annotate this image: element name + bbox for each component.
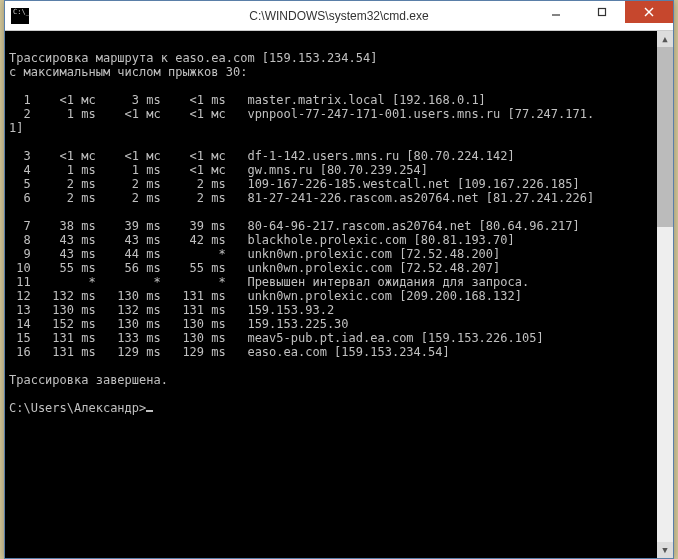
vertical-scrollbar[interactable]: ▲ ▼ (657, 31, 673, 558)
window-controls (533, 1, 673, 23)
scroll-down-arrow-icon[interactable]: ▼ (657, 542, 673, 558)
svg-rect-1 (599, 9, 606, 16)
cmd-window: C:\WINDOWS\system32\cmd.exe Трассировка … (4, 0, 674, 559)
scroll-up-arrow-icon[interactable]: ▲ (657, 31, 673, 47)
maximize-icon (597, 7, 607, 17)
minimize-button[interactable] (533, 1, 579, 23)
titlebar[interactable]: C:\WINDOWS\system32\cmd.exe (5, 1, 673, 31)
scroll-thumb[interactable] (657, 47, 673, 227)
terminal-output[interactable]: Трассировка маршрута к easo.ea.com [159.… (5, 31, 673, 558)
minimize-icon (551, 7, 561, 17)
maximize-button[interactable] (579, 1, 625, 23)
cmd-icon (11, 8, 29, 24)
close-button[interactable] (625, 1, 673, 23)
close-icon (644, 7, 654, 17)
window-title: C:\WINDOWS\system32\cmd.exe (249, 9, 428, 23)
